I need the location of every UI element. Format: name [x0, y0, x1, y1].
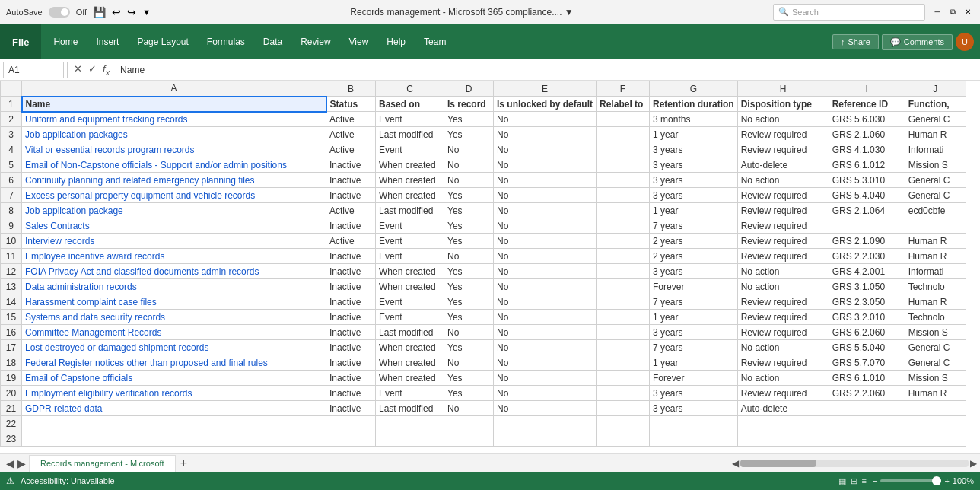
- cell[interactable]: Inactive: [326, 188, 376, 203]
- cell[interactable]: Status: [326, 97, 376, 112]
- cell[interactable]: Disposition type: [737, 97, 829, 112]
- tab-data[interactable]: Data: [254, 24, 291, 59]
- cell[interactable]: [597, 294, 650, 310]
- cell[interactable]: Event: [376, 294, 444, 310]
- cell[interactable]: Yes: [444, 264, 494, 279]
- cell[interactable]: No: [494, 249, 597, 264]
- cell[interactable]: Yes: [444, 294, 494, 310]
- cell[interactable]: Human R: [905, 294, 966, 310]
- cell[interactable]: 7 years: [650, 340, 738, 355]
- row-header[interactable]: 10: [1, 234, 22, 249]
- row-header[interactable]: 6: [1, 173, 22, 188]
- row-header[interactable]: 17: [1, 340, 22, 355]
- cell[interactable]: Function,: [905, 97, 966, 112]
- close-icon[interactable]: ✕: [962, 6, 974, 18]
- row-header[interactable]: 11: [1, 249, 22, 264]
- scroll-left-icon[interactable]: ◀: [732, 458, 739, 469]
- cell[interactable]: [905, 401, 966, 416]
- cell[interactable]: GRS 2.1.060: [829, 127, 905, 142]
- cell[interactable]: Active: [326, 142, 376, 158]
- cell[interactable]: General C: [905, 112, 966, 127]
- formula-input[interactable]: [116, 62, 977, 78]
- cell[interactable]: Event: [376, 142, 444, 158]
- cell[interactable]: No: [494, 142, 597, 158]
- cell[interactable]: 3 years: [650, 325, 738, 340]
- cell[interactable]: [494, 416, 597, 431]
- tab-view[interactable]: View: [340, 24, 378, 59]
- cell[interactable]: [597, 416, 650, 431]
- cell[interactable]: Job application packages: [22, 127, 326, 142]
- cell[interactable]: [597, 142, 650, 158]
- cell[interactable]: 7 years: [650, 218, 738, 234]
- horizontal-scrollbar[interactable]: [740, 460, 969, 467]
- cell[interactable]: [650, 416, 738, 431]
- cell[interactable]: Committee Management Records: [22, 325, 326, 340]
- cell[interactable]: Name: [22, 97, 326, 112]
- cell[interactable]: 1 year: [650, 203, 738, 218]
- cell[interactable]: [597, 127, 650, 142]
- row-header[interactable]: 12: [1, 264, 22, 279]
- cell[interactable]: Auto-delete: [737, 401, 829, 416]
- cell[interactable]: No: [494, 401, 597, 416]
- cell[interactable]: [597, 355, 650, 371]
- cell[interactable]: No: [494, 310, 597, 325]
- row-header[interactable]: 23: [1, 431, 22, 447]
- cell[interactable]: Mission S: [905, 158, 966, 173]
- confirm-formula-icon[interactable]: ✓: [88, 63, 97, 77]
- cell[interactable]: When created: [376, 355, 444, 371]
- cell[interactable]: [597, 386, 650, 401]
- cell[interactable]: Lost destroyed or damaged shipment recor…: [22, 340, 326, 355]
- row-header[interactable]: 1: [1, 97, 22, 112]
- cell[interactable]: When created: [376, 371, 444, 386]
- cell[interactable]: [597, 218, 650, 234]
- cell[interactable]: [829, 416, 905, 431]
- cell[interactable]: 1 year: [650, 127, 738, 142]
- cell[interactable]: Review required: [737, 386, 829, 401]
- cell[interactable]: Event: [376, 218, 444, 234]
- cell[interactable]: General C: [905, 173, 966, 188]
- cell[interactable]: No action: [737, 173, 829, 188]
- cell[interactable]: [597, 264, 650, 279]
- row-header[interactable]: 8: [1, 203, 22, 218]
- cell[interactable]: [905, 218, 966, 234]
- page-layout-view-icon[interactable]: ⊞: [851, 476, 858, 486]
- cell[interactable]: 7 years: [650, 294, 738, 310]
- cell[interactable]: No action: [737, 340, 829, 355]
- cell[interactable]: When created: [376, 173, 444, 188]
- cell[interactable]: Event: [376, 310, 444, 325]
- cell[interactable]: GRS 3.2.010: [829, 310, 905, 325]
- tab-insert[interactable]: Insert: [87, 24, 128, 59]
- cell[interactable]: No action: [737, 371, 829, 386]
- tab-page-layout[interactable]: Page Layout: [128, 24, 197, 59]
- cell[interactable]: No: [444, 158, 494, 173]
- cell[interactable]: No: [444, 142, 494, 158]
- cell[interactable]: Review required: [737, 234, 829, 249]
- file-button[interactable]: File: [0, 24, 41, 59]
- cell[interactable]: GRS 4.2.001: [829, 264, 905, 279]
- autosave-toggle[interactable]: [49, 7, 70, 18]
- cell[interactable]: Yes: [444, 310, 494, 325]
- cell[interactable]: Yes: [444, 218, 494, 234]
- cell[interactable]: Forever: [650, 371, 738, 386]
- cell[interactable]: No: [444, 355, 494, 371]
- row-header[interactable]: 22: [1, 416, 22, 431]
- cell[interactable]: General C: [905, 188, 966, 203]
- cell[interactable]: No: [494, 386, 597, 401]
- cell[interactable]: Based on: [376, 97, 444, 112]
- cell[interactable]: Email of Non-Capstone officials - Suppor…: [22, 158, 326, 173]
- cell[interactable]: No: [494, 127, 597, 142]
- cell[interactable]: Employee incentive award records: [22, 249, 326, 264]
- cell[interactable]: [829, 218, 905, 234]
- scroll-right-icon[interactable]: ▶: [970, 458, 977, 469]
- user-avatar[interactable]: U: [956, 33, 974, 51]
- cell[interactable]: Federal Register notices other than prop…: [22, 355, 326, 371]
- cell[interactable]: [829, 401, 905, 416]
- cell[interactable]: Inactive: [326, 249, 376, 264]
- tab-team[interactable]: Team: [415, 24, 455, 59]
- cell[interactable]: Active: [326, 234, 376, 249]
- sheet-area[interactable]: A B C D E F G H I J 1NameStatusBased onI…: [0, 81, 980, 453]
- cell[interactable]: GRS 5.4.040: [829, 188, 905, 203]
- scrollbar-area[interactable]: ◀ ▶: [732, 458, 977, 469]
- cell[interactable]: Yes: [444, 188, 494, 203]
- col-header-a[interactable]: A: [22, 81, 326, 97]
